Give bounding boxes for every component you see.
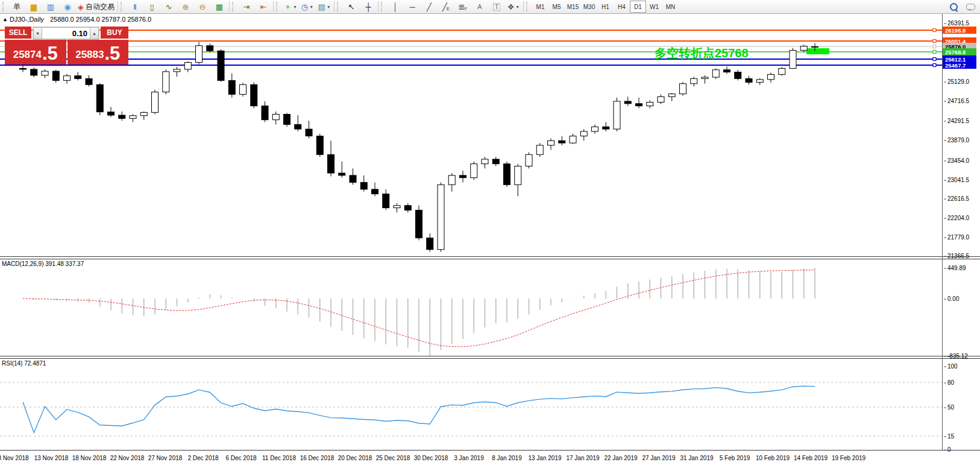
zoom-in-icon[interactable]: ⊕ [177, 0, 194, 13]
candlestick-chart-icon[interactable]: ▯ [143, 0, 160, 13]
signal-icon[interactable]: ◉ [59, 0, 76, 13]
signal-icon-glyph: ◉ [64, 2, 71, 11]
buy-button[interactable]: BUY [101, 27, 128, 40]
timeframe-w1[interactable]: W1 [646, 1, 662, 13]
volume-up-button[interactable]: ▲ [90, 27, 99, 39]
new-order-button-glyph: 单 [13, 2, 20, 12]
toolbar-group-handle [337, 2, 341, 11]
toolbar-group-handle [121, 2, 125, 11]
indicators-button-glyph: ＋ [284, 1, 292, 12]
price-scale-tick: 23454.0 [944, 157, 969, 164]
timeframe-m30[interactable]: M30 [581, 1, 597, 13]
buy-price-button[interactable]: 25883 .5 [68, 40, 129, 65]
cursor-icon[interactable]: ↖ [343, 0, 360, 13]
time-axis-label: 25 Dec 2018 [376, 455, 410, 461]
gold-icon-glyph: ▆ [31, 2, 37, 11]
macd-scale-tick: -835.12 [944, 353, 968, 359]
text-label-icon-glyph: T [493, 3, 500, 11]
price-line-label: 25467.7 [943, 62, 976, 69]
indicators-button[interactable]: ＋▼ [282, 0, 299, 13]
channel-icon-sub: E [447, 6, 450, 11]
autotrade-button-glyph: ◈ [78, 2, 84, 11]
price-scale-tick: 21366.5 [944, 253, 969, 259]
time-axis-label: 22 Jan 2019 [604, 455, 637, 461]
sell-button[interactable]: SELL [5, 27, 31, 40]
time-axis-label: 27 Jan 2019 [642, 455, 675, 461]
time-axis-label: 11 Dec 2018 [262, 455, 296, 461]
panel-separator-rsi[interactable] [0, 356, 980, 359]
line-chart-icon[interactable]: ∿ [160, 0, 177, 13]
price-scale-tick: 23041.5 [944, 177, 969, 183]
timeframe-h4[interactable]: H4 [614, 1, 630, 13]
autotrade-button[interactable]: ◈自动交易 [76, 0, 116, 13]
toolbar-group-handle [381, 2, 385, 11]
chat-icon[interactable] [966, 4, 975, 10]
dropdown-arrow-icon: ▼ [327, 5, 331, 9]
bar-chart-icon[interactable]: ‖ [127, 0, 143, 13]
text-label-icon[interactable]: T [488, 0, 505, 13]
timeframe-m15[interactable]: M15 [565, 1, 581, 13]
dropdown-arrow-icon: ▼ [293, 5, 297, 9]
shift-chart-icon-glyph: ⇥ [243, 2, 250, 11]
gold-icon[interactable]: ▆ [25, 0, 42, 13]
timeframe-mn[interactable]: MN [662, 1, 679, 13]
timeframe-m5[interactable]: M5 [548, 1, 565, 13]
buy-price-main: 25883 [75, 47, 104, 63]
chart-ohlc-readout: 25880.0 25954.0 25787.0 25876.0 [50, 16, 151, 23]
crosshair-icon[interactable]: ┼ [360, 0, 377, 13]
candlestick-chart-icon-glyph: ▯ [149, 2, 154, 11]
time-axis-label: 30 Dec 2018 [414, 455, 448, 461]
new-order-button[interactable]: 单 [8, 0, 25, 13]
timeframe-m1[interactable]: M1 [532, 1, 548, 13]
price-scale-border [942, 14, 943, 450]
channel-icon[interactable]: ╱E [438, 0, 454, 13]
zoom-out-icon[interactable]: ⊖ [194, 0, 211, 13]
volume-down-button[interactable]: ▼ [33, 27, 42, 39]
time-axis-label: 5 Feb 2019 [720, 455, 750, 461]
periods-button-glyph: ◷ [301, 2, 308, 11]
text-icon[interactable]: A [471, 0, 488, 13]
rsi-canvas[interactable] [0, 358, 942, 450]
toolbar-right-icons [950, 3, 975, 11]
time-axis-label: 17 Jan 2019 [566, 455, 599, 461]
fibonacci-icon[interactable]: ≣F [454, 0, 471, 13]
chart-area: ▲ DJ30-,Daily 25880.0 25954.0 25787.0 25… [0, 14, 980, 465]
trendline-icon[interactable]: ╱ [421, 0, 438, 13]
horizontal-line-icon[interactable]: ─ [404, 0, 421, 13]
arrows-icon[interactable]: ❖▼ [505, 0, 522, 13]
price-line-label: 25768.8 [943, 48, 976, 55]
toolbar-separator [273, 1, 274, 12]
bar-chart-icon-glyph: ‖ [133, 2, 136, 11]
timeframe-d1[interactable]: D1 [630, 1, 646, 13]
time-axis-label: 3 Jan 2019 [454, 455, 484, 461]
toolbar-group-handle [232, 2, 236, 11]
volume-input[interactable]: 0.10 [42, 27, 90, 39]
trendline-icon-glyph: ╱ [427, 2, 432, 11]
tile-windows-icon[interactable]: ▦ [211, 0, 228, 13]
chart-symbol-period: DJ30-,Daily [10, 16, 44, 23]
main-chart-canvas[interactable] [0, 14, 942, 257]
rsi-header: RSI(14) 72.4871 [2, 360, 46, 367]
templates-button-glyph: ▤ [318, 2, 325, 11]
time-axis-label: 22 Nov 2018 [110, 455, 145, 461]
rsi-scale-tick: 100 [944, 363, 958, 370]
search-icon[interactable] [950, 3, 958, 11]
price-scale-tick: 22616.5 [944, 195, 969, 202]
macd-canvas[interactable] [0, 259, 942, 356]
templates-button[interactable]: ▤▼ [316, 0, 333, 13]
periods-button[interactable]: ◷▼ [299, 0, 316, 13]
panel-separator-macd[interactable] [0, 256, 980, 259]
time-axis-label: 8 Nov 2018 [0, 455, 29, 461]
toolbar-separator [229, 1, 230, 12]
autoscroll-icon[interactable]: ⇤ [255, 0, 272, 13]
shift-chart-icon[interactable]: ⇥ [238, 0, 255, 13]
terminal-icon-glyph: ▥ [47, 2, 54, 11]
vertical-line-icon[interactable]: │ [387, 0, 404, 13]
sell-price-fraction: .5 [42, 44, 58, 63]
toolbar-separator [334, 1, 335, 12]
panel-collapse-toggle[interactable]: ▲ [2, 16, 8, 22]
timeframe-h1[interactable]: H1 [597, 1, 614, 13]
toolbar-group-handle [526, 2, 530, 11]
sell-price-button[interactable]: 25874 .5 [5, 40, 66, 65]
terminal-icon[interactable]: ▥ [42, 0, 59, 13]
